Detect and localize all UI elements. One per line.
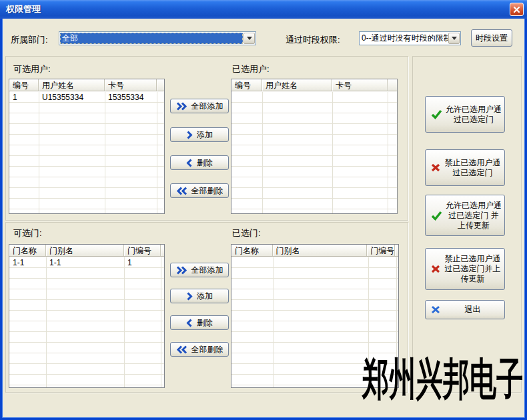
timeperiod-label: 通过时段权限: — [286, 34, 340, 46]
button-label: 全部添加 — [191, 265, 223, 276]
cell-card-number: 15355334 — [105, 92, 157, 103]
double-chevron-right-icon — [176, 266, 187, 275]
dropdown-arrow-icon — [452, 37, 457, 40]
button-label: 退出 — [444, 305, 502, 315]
doors-remove-button[interactable]: 删除 — [170, 315, 229, 330]
chevron-left-icon — [186, 159, 193, 167]
available-users-header: 编号 用户姓名 卡号 — [9, 79, 164, 91]
column-header[interactable]: 用户姓名 — [39, 79, 105, 91]
column-header[interactable]: 用户姓名 — [262, 79, 332, 91]
cell-door-number: 1 — [124, 257, 161, 268]
selected-doors-label: 已选门: — [232, 227, 261, 239]
button-label: 全部删除 — [191, 185, 223, 197]
window-title: 权限管理 — [0, 3, 41, 15]
timeperiod-dropdown-button[interactable] — [448, 33, 460, 44]
permission-management-window: 权限管理 所属部门: 全部 通过时段权限: 0--通过时没有时段的限制 时段设置… — [0, 0, 527, 420]
dropdown-arrow-icon — [247, 37, 252, 40]
red-x-icon — [431, 163, 440, 172]
available-users-table: 编号 用户姓名 卡号 1 U15355334 15355334 — [9, 79, 165, 214]
doors-add-button[interactable]: 添加 — [170, 289, 229, 303]
users-remove-all-button[interactable]: 全部删除 — [170, 183, 229, 198]
column-header[interactable]: 门别名 — [273, 245, 368, 256]
chevron-left-icon — [186, 319, 193, 327]
button-label: 禁止已选用户通过已选定门并上传更新 — [444, 254, 502, 284]
available-doors-body: 1-1 1-1 1 — [9, 257, 164, 387]
column-separator — [46, 257, 47, 387]
column-header[interactable]: 卡号 — [105, 79, 157, 91]
column-header[interactable]: 卡号 — [332, 79, 388, 91]
column-header[interactable]: 门名称 — [231, 245, 273, 256]
department-label: 所属部门: — [11, 34, 48, 46]
department-select[interactable]: 全部 — [59, 31, 256, 45]
button-label: 禁止已选用户通过已选定门 — [444, 158, 502, 178]
allow-users-upload-button[interactable]: 允许已选用户通过已选定门 并上传更新 — [425, 195, 505, 236]
allow-users-button[interactable]: 允许已选用户通过已选定门 — [425, 96, 505, 133]
double-chevron-left-icon — [176, 187, 187, 195]
column-header[interactable]: 门别名 — [46, 245, 124, 256]
column-header[interactable]: 编号 — [9, 79, 39, 91]
cell-user-name: U15355334 — [39, 92, 105, 103]
button-label: 全部添加 — [191, 101, 223, 112]
column-header[interactable]: 门名称 — [9, 245, 46, 256]
department-selected-value: 全部 — [60, 33, 243, 44]
column-separator — [262, 92, 263, 213]
column-separator — [332, 92, 333, 213]
red-x-icon — [431, 265, 440, 273]
deny-users-button[interactable]: 禁止已选用户通过已选定门 — [425, 149, 505, 186]
selected-users-label: 已选用户: — [232, 63, 270, 75]
time-settings-button[interactable]: 时段设置 — [471, 29, 512, 47]
column-header[interactable]: 门编号 — [124, 245, 161, 256]
table-row[interactable]: 1 U15355334 15355334 — [9, 92, 164, 103]
close-button[interactable] — [510, 3, 524, 16]
column-separator — [388, 92, 388, 213]
cell-user-id: 1 — [9, 92, 39, 103]
column-separator — [161, 257, 161, 387]
selected-users-header: 编号 用户姓名 卡号 — [231, 79, 397, 91]
column-header[interactable]: 编号 — [231, 79, 262, 91]
users-remove-button[interactable]: 删除 — [170, 155, 229, 170]
users-add-button[interactable]: 添加 — [170, 127, 229, 142]
double-chevron-left-icon — [176, 345, 187, 354]
column-separator — [105, 92, 105, 213]
doors-add-all-button[interactable]: 全部添加 — [170, 263, 229, 277]
button-label: 全部删除 — [191, 344, 223, 355]
column-header-filler — [157, 79, 164, 91]
exit-button[interactable]: 退出 — [425, 300, 505, 319]
button-label: 删除 — [197, 317, 213, 329]
titlebar: 权限管理 — [0, 0, 527, 19]
double-chevron-right-icon — [176, 102, 187, 111]
available-users-body: 1 U15355334 15355334 — [9, 92, 164, 213]
available-doors-header: 门名称 门别名 门编号 — [9, 245, 164, 257]
button-label: 允许已选用户通过已选定门 — [446, 105, 502, 125]
green-check-icon — [431, 109, 442, 119]
button-label: 添加 — [197, 291, 213, 302]
selected-users-body — [231, 92, 397, 213]
timeperiod-select[interactable]: 0--通过时没有时段的限制 — [359, 31, 461, 45]
available-users-label: 可选用户: — [13, 63, 51, 75]
column-header-filler — [395, 245, 398, 256]
button-label: 删除 — [197, 157, 213, 169]
blue-x-icon — [431, 305, 440, 314]
timeperiod-selected-value: 0--通过时没有时段的限制 — [360, 33, 448, 44]
column-separator — [124, 257, 125, 387]
doors-remove-all-button[interactable]: 全部删除 — [170, 342, 229, 357]
column-separator — [273, 257, 274, 387]
table-row[interactable]: 1-1 1-1 1 — [9, 257, 164, 268]
selected-doors-header: 门名称 门别名 门编号 — [231, 245, 398, 257]
department-dropdown-button[interactable] — [243, 33, 255, 44]
column-header-filler — [161, 245, 164, 256]
green-check-icon — [431, 211, 442, 221]
available-doors-table: 门名称 门别名 门编号 1-1 1-1 1 — [9, 244, 165, 388]
cell-door-name: 1-1 — [9, 257, 46, 268]
column-header-filler — [388, 79, 397, 91]
close-icon — [513, 6, 520, 13]
available-doors-label: 可选门: — [13, 227, 42, 239]
selected-users-table: 编号 用户姓名 卡号 — [231, 79, 398, 214]
users-add-all-button[interactable]: 全部添加 — [170, 99, 229, 113]
watermark: 郑州兴邦电子 — [362, 349, 524, 409]
chevron-right-icon — [186, 292, 193, 301]
column-header[interactable]: 门编号 — [367, 245, 395, 256]
deny-users-upload-button[interactable]: 禁止已选用户通过已选定门并上传更新 — [425, 248, 505, 290]
column-separator — [157, 92, 157, 213]
button-label: 添加 — [197, 129, 213, 141]
